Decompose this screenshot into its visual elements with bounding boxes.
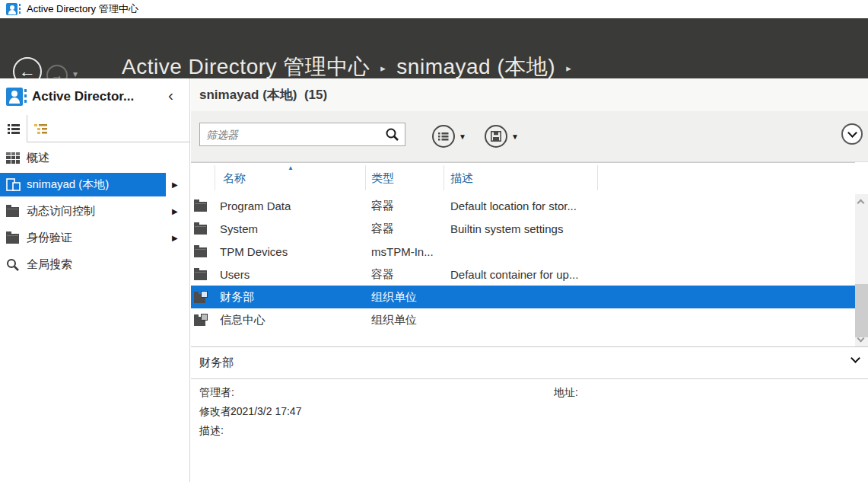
tree-view-icon xyxy=(34,123,47,134)
sidebar-item-label: 全局搜索 xyxy=(27,257,72,272)
navigation-pane: Active Director... ‹ 概述 xyxy=(0,78,190,482)
column-divider xyxy=(444,165,444,190)
breadcrumb-separator-icon: ▸ xyxy=(380,59,386,74)
sort-ascending-icon[interactable]: ▲ xyxy=(288,164,294,171)
save-query-button[interactable] xyxy=(485,125,507,148)
column-divider xyxy=(597,165,598,190)
row-name: TPM Devices xyxy=(220,245,288,258)
table-header: 名称 ▲ 类型 描述 xyxy=(191,162,855,194)
folder-icon xyxy=(6,206,23,217)
expand-arrow-icon[interactable]: ▶ xyxy=(172,180,178,189)
toolbar: ▼ ▼ xyxy=(191,111,868,162)
address-label: 地址: xyxy=(554,386,578,400)
folder-icon xyxy=(194,223,207,235)
folder-icon xyxy=(194,200,207,212)
list-options-icon xyxy=(438,132,449,141)
table-row[interactable]: Users 容器 Default container for up... xyxy=(191,263,855,286)
row-name: Program Data xyxy=(220,200,291,212)
organizational-unit-icon xyxy=(194,291,205,303)
row-description: Builtin system settings xyxy=(450,222,563,235)
floppy-save-icon xyxy=(491,131,501,142)
column-divider xyxy=(365,165,366,190)
scrollbar-thumb[interactable] xyxy=(855,284,868,337)
chevron-down-icon xyxy=(847,128,857,138)
window-title: Active Directory 管理中心 xyxy=(27,2,138,16)
column-options-button[interactable] xyxy=(432,125,455,148)
modified-label: 修改者: xyxy=(199,405,234,419)
breadcrumb-current[interactable]: snimayad (本地) xyxy=(396,53,555,81)
app-icon xyxy=(6,3,17,15)
expand-arrow-icon[interactable]: ▶ xyxy=(172,207,178,215)
filter-box xyxy=(199,123,405,146)
row-name: 信息中心 xyxy=(220,313,265,327)
row-name: 财务部 xyxy=(220,290,254,305)
manager-label: 管理者: xyxy=(199,386,234,400)
row-type: 容器 xyxy=(371,199,394,213)
window-titlebar: Active Directory 管理中心 xyxy=(0,0,868,18)
preview-panel-header: 财务部 xyxy=(191,347,868,378)
expand-arrow-icon[interactable]: ▶ xyxy=(172,234,178,242)
breadcrumb-separator-icon[interactable]: ▸ xyxy=(566,59,571,74)
table-row[interactable]: TPM Devices msTPM-In... xyxy=(191,240,855,263)
save-query-caret-icon[interactable]: ▼ xyxy=(511,132,519,141)
sidebar-item-label: snimayad (本地) xyxy=(27,177,109,192)
scroll-up-icon[interactable] xyxy=(857,200,865,207)
app-header: ← → ▼ Active Directory 管理中心 ▸ snimayad (… xyxy=(0,18,868,78)
details-pane: 管理者: 修改者: 2021/3/2 17:47 描述: 地址: xyxy=(191,378,868,482)
row-type: 容器 xyxy=(371,222,394,236)
collapse-pane-icon[interactable]: ‹ xyxy=(168,86,173,104)
sidebar-item-domain[interactable]: snimayad (本地) ▶ xyxy=(0,171,190,198)
column-header-name[interactable]: 名称 xyxy=(223,171,246,186)
row-description: Default container for up... xyxy=(450,268,578,281)
table-row[interactable]: Program Data 容器 Default location for sto… xyxy=(191,194,855,217)
expand-tasks-button[interactable] xyxy=(841,123,863,145)
tab-divider xyxy=(27,142,190,142)
chevron-down-icon xyxy=(851,353,860,363)
table-row[interactable]: 信息中心 组织单位 xyxy=(191,308,855,331)
nav-view-tabs xyxy=(0,115,190,142)
folder-icon xyxy=(6,232,23,244)
nav-history-dropdown[interactable]: ▼ xyxy=(72,70,79,78)
preview-panel-title: 财务部 xyxy=(199,356,234,370)
active-directory-icon xyxy=(6,88,23,106)
column-divider xyxy=(215,165,215,190)
sidebar-item-label: 动态访问控制 xyxy=(27,204,95,219)
back-arrow-icon: ← xyxy=(19,63,36,80)
vertical-scrollbar[interactable] xyxy=(855,194,868,346)
overview-grid-icon xyxy=(6,152,23,164)
panel-collapse-button[interactable] xyxy=(852,358,859,362)
sidebar-item-label: 身份验证 xyxy=(27,231,72,245)
nav-pane-title: Active Director... xyxy=(32,89,134,104)
table-row[interactable]: System 容器 Builtin system settings xyxy=(191,217,855,240)
row-type: msTPM-In... xyxy=(371,245,434,258)
search-icon xyxy=(6,258,23,272)
filter-input[interactable] xyxy=(200,129,385,141)
sidebar-item-dynamic-access-control[interactable]: 动态访问控制 ▶ xyxy=(0,198,190,225)
description-label: 描述: xyxy=(199,424,224,438)
organizational-unit-icon xyxy=(194,314,205,326)
sidebar-item-overview[interactable]: 概述 xyxy=(0,145,190,171)
domain-icon xyxy=(6,178,23,191)
content-header: snimayad (本地) (15) xyxy=(191,78,868,111)
nav-items: 概述 snimayad (本地) ▶ 动态访问控制 ▶ 身份验证 ▶ 全局搜索 xyxy=(0,145,190,278)
object-list: Program Data 容器 Default location for sto… xyxy=(191,194,855,331)
row-type: 容器 xyxy=(371,267,394,282)
search-icon[interactable] xyxy=(385,127,399,142)
nav-pane-header: Active Director... ‹ xyxy=(0,78,189,115)
modified-value: 2021/3/2 17:47 xyxy=(231,405,301,417)
column-header-description[interactable]: 描述 xyxy=(450,171,473,186)
column-header-type[interactable]: 类型 xyxy=(371,171,394,186)
row-description: Default location for stor... xyxy=(450,200,577,212)
breadcrumb-root[interactable]: Active Directory 管理中心 xyxy=(122,53,370,81)
tab-tree-view[interactable] xyxy=(27,115,54,142)
row-name: Users xyxy=(220,268,250,281)
tab-list-view[interactable] xyxy=(0,115,27,142)
row-name: System xyxy=(220,222,258,235)
sidebar-item-label: 概述 xyxy=(27,151,49,165)
column-options-caret-icon[interactable]: ▼ xyxy=(459,132,466,141)
table-row-selected[interactable]: 财务部 组织单位 xyxy=(191,286,855,308)
sidebar-item-global-search[interactable]: 全局搜索 xyxy=(0,251,190,278)
folder-icon xyxy=(194,269,207,280)
row-type: 组织单位 xyxy=(371,290,417,305)
sidebar-item-authentication[interactable]: 身份验证 ▶ xyxy=(0,225,190,251)
